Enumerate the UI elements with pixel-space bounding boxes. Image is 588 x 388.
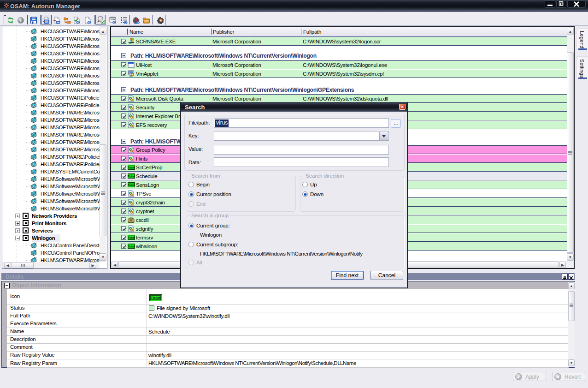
svg-text:i: i <box>20 18 21 23</box>
